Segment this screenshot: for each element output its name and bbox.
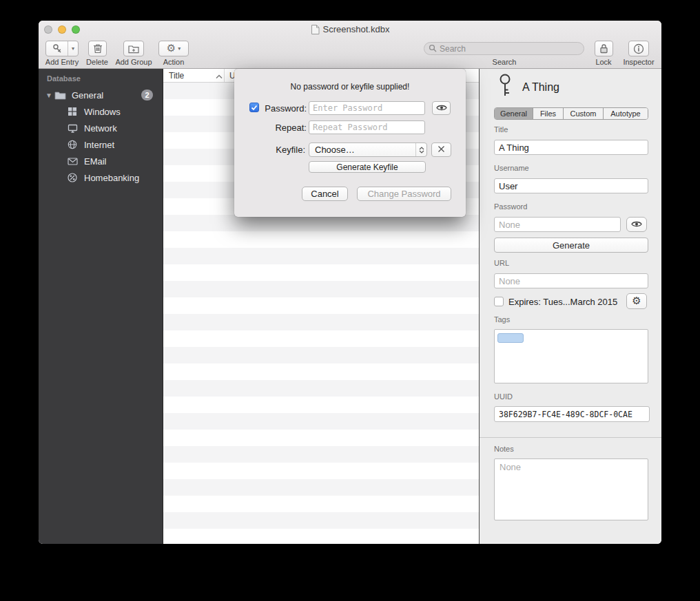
eye-icon (436, 103, 447, 114)
title-field[interactable] (494, 140, 648, 155)
column-header-title[interactable]: Title (169, 71, 184, 81)
dialog-reveal-password-button[interactable] (432, 101, 451, 115)
document-icon (311, 25, 320, 36)
entry-key-icon (495, 73, 515, 101)
dialog-password-label: Password: (262, 103, 307, 114)
folder-icon (54, 91, 66, 100)
sidebar-group-label: General (72, 90, 103, 101)
sidebar-item-email[interactable]: EMail (39, 153, 163, 169)
add-group-label: Add Group (110, 58, 157, 66)
dialog-password-input[interactable] (309, 101, 425, 115)
info-icon (633, 43, 644, 54)
tag-token[interactable] (497, 333, 524, 343)
trash-icon (93, 43, 103, 54)
column-divider[interactable] (224, 69, 225, 82)
entry-count-badge: 2 (141, 89, 153, 101)
network-icon (66, 124, 79, 133)
app-window: Screenshot.kdbx ▾ Add Entry Delete (39, 21, 661, 544)
dialog-repeat-label: Repeat: (262, 123, 307, 133)
url-field[interactable] (494, 273, 648, 288)
clear-keyfile-button[interactable] (431, 143, 451, 157)
check-icon (251, 105, 258, 111)
dialog-repeat-input[interactable] (309, 120, 425, 134)
notes-label: Notes (494, 445, 514, 453)
inspector-label: Inspector (615, 58, 661, 66)
generate-password-button[interactable]: Generate (494, 238, 648, 253)
search-field[interactable] (424, 42, 584, 55)
uuid-label: UUID (494, 392, 513, 401)
action-label: Action (154, 58, 193, 66)
inspector-panel: A Thing General Files Custom Autotype Ti… (479, 69, 661, 544)
search-icon (429, 43, 437, 55)
keyfile-popup[interactable]: Choose… (309, 143, 427, 157)
sidebar-item-label: Network (84, 123, 117, 134)
expires-settings-button[interactable]: ⚙ (626, 293, 647, 309)
dialog-message: No password or keyfile supplied! (234, 82, 466, 92)
password-label: Password (494, 202, 527, 211)
notes-field[interactable] (494, 458, 648, 520)
dialog-keyfile-label: Keyfile: (260, 145, 305, 155)
add-group-button[interactable] (123, 41, 144, 56)
expires-label: Expires: Tues...March 2015 (508, 297, 617, 307)
password-checkbox[interactable] (249, 103, 259, 112)
sidebar-item-label: Windows (84, 107, 121, 117)
sidebar-item-windows[interactable]: Windows (39, 103, 163, 120)
stepper-arrows-icon (415, 143, 426, 156)
sidebar-item-label: EMail (84, 156, 107, 167)
action-dropdown-arrow: ▾ (178, 45, 181, 52)
keyfile-popup-value: Choose… (315, 145, 355, 155)
search-input[interactable] (440, 44, 579, 54)
window-chrome: Screenshot.kdbx ▾ Add Entry Delete (39, 21, 661, 69)
delete-button[interactable] (88, 41, 107, 56)
key-icon (46, 43, 68, 54)
eye-icon (631, 220, 642, 230)
tags-label: Tags (494, 315, 510, 324)
tab-custom[interactable]: Custom (564, 108, 604, 119)
tab-autotype[interactable]: Autotype (604, 108, 648, 119)
content-area: Database ▼ General 2 Windows Networ (39, 69, 661, 544)
mail-icon (66, 158, 79, 165)
sidebar-item-network[interactable]: Network (39, 120, 163, 136)
inspector-tabs: General Files Custom Autotype (494, 107, 648, 120)
globe-icon (66, 140, 79, 149)
window-title-text: Screenshot.kdbx (323, 24, 390, 34)
tags-box[interactable] (494, 329, 648, 383)
sidebar-item-homebanking[interactable]: Homebanking (39, 169, 163, 186)
sidebar-item-internet[interactable]: Internet (39, 136, 163, 153)
username-label: Username (494, 164, 529, 172)
sidebar-item-label: Homebanking (84, 173, 139, 183)
window-title: Screenshot.kdbx (39, 24, 661, 36)
password-field[interactable] (494, 217, 621, 232)
gear-icon: ⚙ (632, 296, 641, 306)
add-entry-button[interactable]: ▾ (45, 41, 79, 56)
add-folder-icon (128, 44, 139, 54)
lock-button[interactable] (595, 41, 613, 56)
cancel-button[interactable]: Cancel (302, 187, 348, 201)
sidebar: Database ▼ General 2 Windows Networ (39, 69, 163, 544)
tab-files[interactable]: Files (533, 108, 564, 119)
username-field[interactable] (494, 178, 648, 193)
change-password-button[interactable]: Change Password (357, 187, 451, 201)
sidebar-group-general[interactable]: ▼ General 2 (39, 87, 163, 103)
inspector-button[interactable] (628, 41, 649, 56)
homebanking-icon (66, 173, 79, 182)
sidebar-section-header: Database (47, 74, 81, 83)
search-label: Search (480, 58, 529, 66)
action-button[interactable]: ⚙ ▾ (158, 41, 189, 56)
lock-icon (599, 43, 608, 54)
reveal-password-button[interactable] (626, 217, 647, 232)
url-label: URL (494, 259, 509, 267)
change-password-dialog: No password or keyfile supplied! Passwor… (234, 69, 466, 217)
sidebar-item-label: Internet (84, 140, 114, 150)
uuid-field[interactable] (494, 406, 650, 422)
tab-general[interactable]: General (495, 108, 533, 119)
generate-keyfile-button[interactable]: Generate Keyfile (309, 161, 426, 173)
add-entry-dropdown-arrow[interactable]: ▾ (68, 41, 78, 56)
title-label: Title (494, 125, 508, 134)
windows-icon (66, 107, 79, 116)
entry-title: A Thing (522, 81, 559, 94)
close-x-icon (438, 145, 445, 155)
expires-checkbox[interactable] (494, 297, 504, 306)
divider (480, 437, 661, 438)
disclosure-triangle-icon[interactable]: ▼ (45, 92, 54, 99)
